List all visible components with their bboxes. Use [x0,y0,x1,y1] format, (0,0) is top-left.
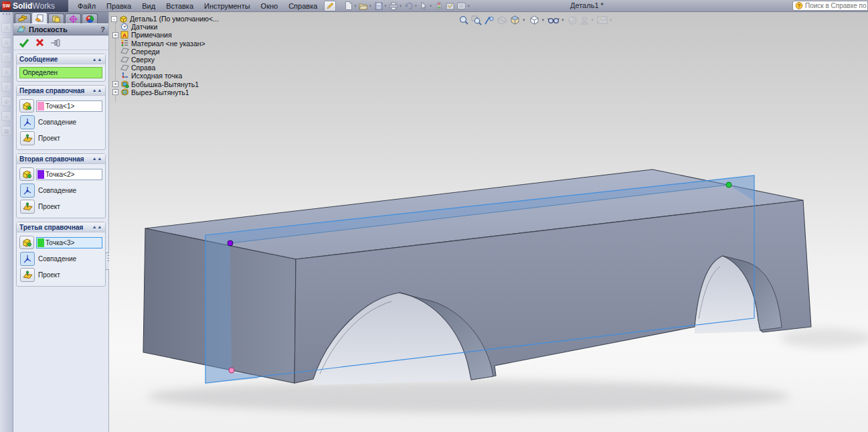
configurationmanager-tab[interactable] [48,13,64,23]
reference-pick-icon[interactable] [19,236,34,249]
displaymanager-tab[interactable] [82,13,98,23]
dropdown-caret[interactable]: ▾ [430,3,432,9]
view-settings-icon[interactable] [597,15,608,25]
dropdown-caret[interactable]: ▾ [467,3,470,9]
dropdown-caret[interactable]: ▾ [523,17,525,23]
collapse-chevron-icon[interactable]: ▲▲ [92,224,102,229]
expander-icon[interactable]: + [112,89,118,95]
coincident-option-button[interactable] [20,115,35,129]
reference-field-3[interactable] [36,237,102,248]
datum-icon[interactable]: A [1,67,11,77]
project-option-button[interactable] [20,131,35,145]
reference-point-3[interactable] [726,182,731,188]
zoom-selection-icon[interactable] [484,15,495,25]
menu-tools[interactable]: Инструменты [199,1,256,11]
project-option-button[interactable] [20,268,35,282]
reference-point-2[interactable] [229,368,234,373]
menu-window[interactable]: Окно [256,1,284,11]
featuremanager-tab[interactable] [15,13,31,23]
message-section-header[interactable]: Сообщение ▲▲ [17,54,105,64]
help-search-box[interactable]: ? [792,1,868,11]
coincident-option-button[interactable] [20,184,35,198]
hide-show-icon[interactable] [547,15,559,25]
dropdown-caret[interactable]: ▾ [414,3,417,9]
ok-button[interactable] [19,38,29,48]
pencil-icon[interactable] [324,1,336,11]
reference-pick-icon[interactable] [19,99,34,113]
reference-field-2[interactable] [36,169,102,180]
dropdown-caret[interactable]: ▾ [561,17,564,23]
zoom-fit-icon[interactable] [458,15,469,25]
project-option-button[interactable] [20,200,35,214]
tree-item-top-plane[interactable]: Сверху [111,56,265,64]
section-view-icon[interactable] [497,15,507,25]
properties-icon[interactable] [444,1,456,11]
reference-input-2[interactable] [46,171,98,178]
scene-icon[interactable] [580,15,590,25]
table-icon[interactable]: ▦ [1,126,11,136]
coincident-option-button[interactable] [20,252,35,266]
appearance-icon[interactable] [568,15,578,25]
graphics-area[interactable]: - Деталь1 (По умолчанию<... Датчики + A … [109,12,868,432]
cancel-button[interactable] [35,38,44,47]
tree-item-right-plane[interactable]: Справа [111,64,265,72]
reference-pick-icon[interactable] [19,167,34,181]
note-edit-icon[interactable]: A [1,38,11,48]
tree-item-cut-extrude[interactable]: + Вырез-Вытянуть1 [111,88,265,96]
dropdown-caret[interactable]: ▾ [400,3,402,9]
weld-icon[interactable]: ⌁ [1,111,11,121]
reference-field-1[interactable] [36,100,102,112]
tree-item-front-plane[interactable]: Спереди [111,48,265,56]
dropdown-caret[interactable]: ▾ [610,17,612,23]
expander-icon[interactable]: + [112,81,118,87]
dropdown-caret[interactable]: ▾ [384,3,387,9]
geotol-icon[interactable]: ⊕ [1,96,11,106]
help-button[interactable]: ? [100,25,105,33]
menu-help[interactable]: Справка [283,1,323,11]
collapse-chevron-icon[interactable]: ▲▲ [92,156,102,161]
expander-icon[interactable]: + [112,32,118,38]
pin-button[interactable] [50,39,62,47]
note-icon[interactable]: A [1,23,11,33]
save-icon[interactable] [373,1,384,11]
view-orientation-icon[interactable] [509,15,521,25]
tree-item-material[interactable]: Материал <не указан> [111,40,265,48]
dropdown-caret[interactable]: ▾ [369,3,372,9]
reference-point-1[interactable] [228,240,233,246]
collapse-chevron-icon[interactable]: ▲▲ [92,88,102,92]
search-input[interactable] [805,2,868,9]
toolbar-grip[interactable] [3,13,10,19]
reference-input-3[interactable] [46,239,98,246]
print-icon[interactable] [388,1,400,11]
tree-item-annotations[interactable]: + A Примечания [111,31,265,39]
dropdown-caret[interactable]: ▾ [592,17,594,23]
propertymanager-tab[interactable] [31,12,48,23]
reference-input-1[interactable] [46,102,98,110]
dimxpert-tab[interactable] [65,13,81,23]
undo-icon[interactable] [403,1,414,11]
zoom-area-icon[interactable] [471,15,482,25]
tree-item-part[interactable]: - Деталь1 (По умолчанию<... [111,15,265,23]
menu-edit[interactable]: Правка [101,1,137,11]
second-reference-header[interactable]: Вторая справочная ▲▲ [17,154,105,164]
options-icon[interactable] [456,1,467,11]
select-cursor-icon[interactable] [418,1,430,11]
rebuild-icon[interactable] [433,1,444,11]
dropdown-caret[interactable]: ▾ [354,3,357,9]
new-document-icon[interactable] [343,1,354,11]
menu-file[interactable]: Файл [72,1,101,11]
tree-item-origin[interactable]: Исходная точка [111,72,265,80]
third-reference-header[interactable]: Третья справочная ▲▲ [17,222,105,232]
first-reference-header[interactable]: Первая справочная ▲▲ [17,86,105,96]
tree-item-sensors[interactable]: Датчики [111,23,265,31]
collapse-chevron-icon[interactable]: ▲▲ [92,56,102,61]
menu-insert[interactable]: Вставка [161,1,199,11]
tree-item-boss-extrude[interactable]: + Бобышка-Вытянуть1 [111,80,265,88]
expander-icon[interactable]: - [111,16,117,22]
balloon-icon[interactable]: ◇ [1,52,11,62]
surface-finish-icon[interactable]: √ [1,82,11,92]
dropdown-caret[interactable]: ▾ [542,17,545,23]
display-style-icon[interactable] [529,15,540,25]
menu-view[interactable]: Вид [137,1,161,11]
open-icon[interactable] [358,1,369,11]
